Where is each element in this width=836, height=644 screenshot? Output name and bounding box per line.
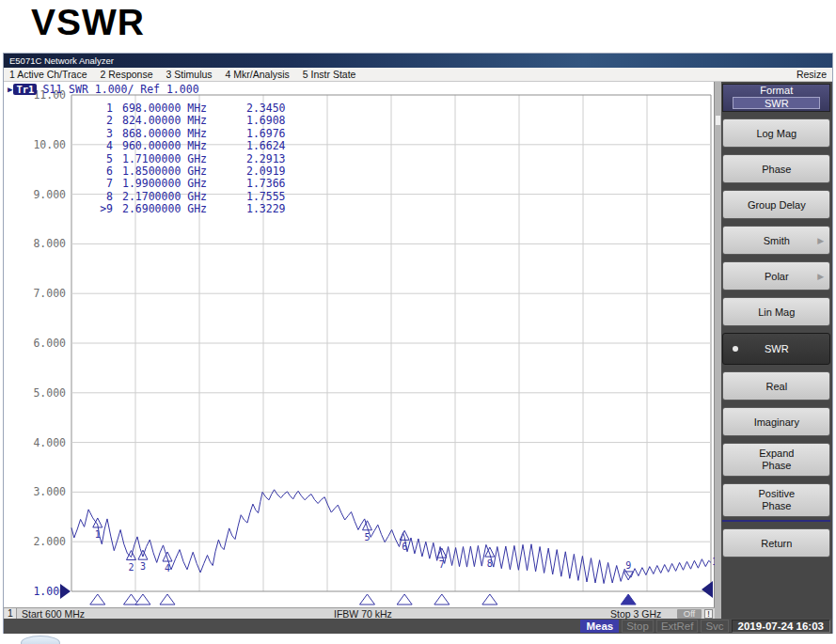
menu-instr-state[interactable]: 5 Instr State bbox=[303, 69, 356, 80]
softkey-return[interactable]: Return bbox=[722, 528, 830, 558]
stimulus-marker-icon bbox=[360, 594, 375, 605]
marker-number: 8 bbox=[487, 558, 493, 569]
status-extref: ExtRef bbox=[656, 620, 699, 633]
softkey-expand-phase[interactable]: Expand Phase bbox=[722, 443, 830, 477]
sweep-end-icon bbox=[702, 581, 713, 598]
analyzer-window: E5071C Network Analyzer 1 Active Ch/Trac… bbox=[3, 53, 833, 634]
submenu-arrow-icon: ▶ bbox=[817, 272, 824, 281]
marker-icon bbox=[138, 550, 148, 559]
softkey-header: Format SWR bbox=[722, 84, 830, 112]
marker-table-row: 4960.00000 MHz1.6624 bbox=[90, 140, 307, 152]
softkey-polar[interactable]: Polar▶ bbox=[722, 261, 830, 291]
softkey-log-mag[interactable]: Log Mag bbox=[722, 118, 830, 148]
menu-stimulus[interactable]: 3 Stimulus bbox=[166, 69, 213, 80]
marker-number: 7 bbox=[439, 559, 445, 570]
softkey-list: Log MagPhaseGroup DelaySmith▶Polar▶Lin M… bbox=[722, 118, 830, 558]
softkey-smith[interactable]: Smith▶ bbox=[722, 226, 830, 255]
softkey-header-title: Format bbox=[723, 85, 829, 97]
marker-table: 1698.00000 MHz2.34502824.00000 MHz1.6908… bbox=[90, 102, 307, 216]
softkey-label: Positive Phase bbox=[747, 488, 807, 512]
menu-response[interactable]: 2 Response bbox=[100, 69, 152, 80]
status-svc: Svc bbox=[701, 620, 728, 633]
instrument-status-bar: Meas Stop ExtRef Svc 2019-07-24 16:03 bbox=[4, 619, 832, 634]
softkey-label: Return bbox=[761, 538, 792, 549]
softkey-label: Lin Mag bbox=[758, 306, 795, 318]
stimulus-marker-icon bbox=[90, 594, 105, 605]
status-datetime: 2019-07-24 16:03 bbox=[732, 620, 830, 633]
softkey-label: Phase bbox=[762, 164, 791, 175]
start-frequency: Start 600 MHz bbox=[22, 608, 85, 620]
softkey-group-delay[interactable]: Group Delay bbox=[722, 190, 830, 219]
active-marker-number: 9 bbox=[625, 560, 631, 571]
y-axis-label: 4.000 bbox=[33, 436, 66, 449]
stimulus-marker-icon bbox=[482, 594, 497, 605]
y-axis-label: 3.000 bbox=[33, 485, 66, 498]
stimulus-marker-icon bbox=[397, 594, 412, 605]
softkey-phase[interactable]: Phase bbox=[722, 154, 830, 183]
y-axis-label: 5.000 bbox=[33, 386, 66, 400]
stimulus-marker-active-icon bbox=[621, 594, 636, 605]
marker-table-row: >92.6900000 GHz1.3229 bbox=[90, 203, 307, 215]
marker-table-row: 3868.00000 MHz1.6976 bbox=[90, 128, 307, 140]
marker-number: 1 bbox=[95, 529, 101, 540]
marker-table-row: 71.9900000 GHz1.7366 bbox=[90, 178, 307, 190]
marker-table-row: 2824.00000 MHz1.6908 bbox=[90, 115, 307, 127]
measurement-screen: 11.0010.009.0008.0007.0006.0005.0004.000… bbox=[4, 82, 715, 619]
off-toggle[interactable]: Off bbox=[677, 609, 702, 619]
softkey-label: SWR bbox=[765, 343, 789, 354]
ifbw-value: IFBW 70 kHz bbox=[334, 608, 392, 620]
scrollbar-thumb[interactable] bbox=[716, 116, 720, 125]
softkey-label: Imaginary bbox=[754, 416, 799, 428]
softkey-label: Expand Phase bbox=[747, 448, 807, 472]
stop-frequency: Stop 3 GHz bbox=[610, 608, 661, 620]
softkey-imaginary[interactable]: Imaginary bbox=[722, 407, 830, 436]
softkey-scrollbar[interactable] bbox=[715, 82, 721, 619]
marker-icon bbox=[363, 521, 372, 530]
window-titlebar[interactable]: E5071C Network Analyzer bbox=[4, 54, 832, 68]
submenu-arrow-icon: ▶ bbox=[817, 236, 824, 245]
softkey-sidebar: Format SWR Log MagPhaseGroup DelaySmith▶… bbox=[715, 82, 832, 619]
softkey-label: Group Delay bbox=[748, 199, 806, 211]
stimulus-marker-icon bbox=[135, 594, 150, 605]
marker-number: 4 bbox=[165, 563, 170, 573]
y-axis-label: 2.000 bbox=[33, 535, 66, 548]
softkey-swr[interactable]: SWR bbox=[722, 333, 830, 365]
marker-table-row: 61.8500000 GHz2.0919 bbox=[90, 165, 307, 178]
marker-icon bbox=[126, 551, 135, 560]
softkey-divider bbox=[722, 520, 830, 522]
marker-number: 5 bbox=[364, 532, 370, 542]
softkey-label: Polar bbox=[765, 271, 789, 282]
y-axis-label: 8.000 bbox=[33, 237, 66, 250]
menu-mkr-analysis[interactable]: 4 Mkr/Analysis bbox=[226, 69, 290, 80]
softkey-real[interactable]: Real bbox=[722, 371, 830, 401]
trace-format-text: S11 SWR 1.000/ Ref 1.000 bbox=[42, 83, 198, 96]
channel-status-bar: 1 Start 600 MHz IFBW 70 kHz Stop 3 GHz O… bbox=[4, 607, 717, 619]
menu-resize[interactable]: Resize bbox=[797, 69, 827, 80]
softkey-header-value: SWR bbox=[733, 97, 820, 109]
softkey-positive-phase[interactable]: Positive Phase bbox=[722, 483, 830, 517]
marker-number: 6 bbox=[402, 542, 407, 552]
marker-number: 2 bbox=[128, 562, 134, 573]
active-trace-arrow-icon: ▶ bbox=[8, 85, 12, 94]
stimulus-marker-icon bbox=[160, 594, 175, 605]
softkey-lin-mag[interactable]: Lin Mag bbox=[722, 297, 830, 326]
status-stop: Stop bbox=[622, 620, 654, 633]
status-meas: Meas bbox=[580, 620, 619, 633]
page-title: VSWR bbox=[31, 2, 145, 43]
trace-badge[interactable]: Tr1 bbox=[13, 84, 37, 95]
y-axis-label: 10.00 bbox=[33, 138, 66, 151]
alert-indicator: ! bbox=[704, 609, 713, 619]
y-axis-label: 6.000 bbox=[33, 337, 66, 350]
softkey-label: Real bbox=[765, 381, 787, 392]
marker-table-row: 51.7100000 GHz2.2913 bbox=[90, 153, 307, 165]
channel-number: 1 bbox=[5, 608, 17, 619]
y-axis-label: 9.000 bbox=[33, 188, 66, 201]
stimulus-marker-icon bbox=[434, 594, 450, 605]
marker-number: 3 bbox=[140, 561, 146, 572]
menu-active-ch-trace[interactable]: 1 Active Ch/Trace bbox=[9, 69, 87, 80]
softkey-label: Log Mag bbox=[756, 128, 797, 139]
y-axis-label: 7.000 bbox=[33, 287, 66, 300]
trace-info-bar: ▶ Tr1 S11 SWR 1.000/ Ref 1.000 bbox=[8, 83, 199, 96]
window-title: E5071C Network Analyzer bbox=[9, 55, 114, 66]
taskbar-button-partial bbox=[21, 636, 60, 644]
